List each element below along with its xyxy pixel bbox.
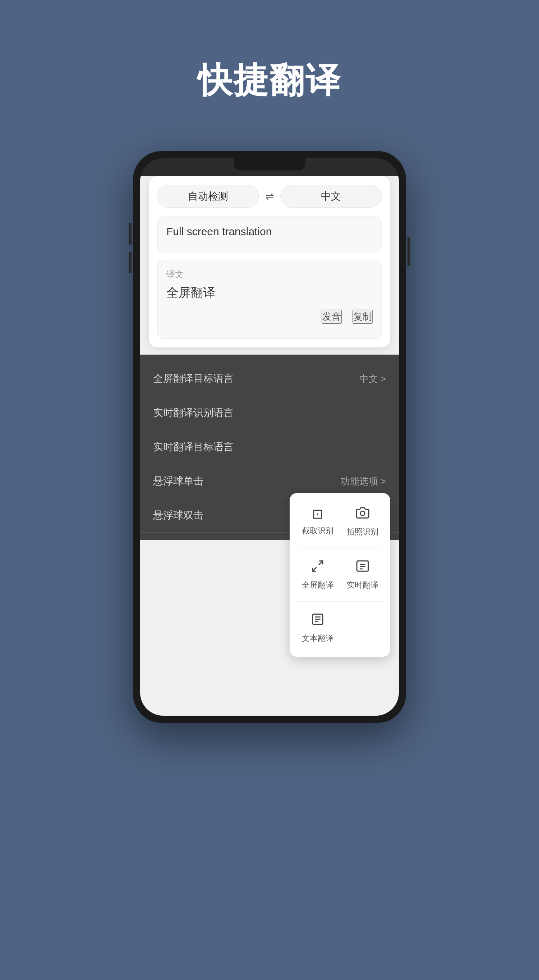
settings-area: 全屏翻译目标语言 中文 > 实时翻译识别语言 实时翻译目标语言 bbox=[140, 355, 399, 540]
crop-icon: ⊡ bbox=[312, 506, 323, 522]
quick-item-text[interactable]: 文本翻译 bbox=[297, 607, 338, 649]
volume-down-button bbox=[128, 252, 132, 273]
input-text-box[interactable]: Full screen translation bbox=[157, 216, 382, 253]
phone-mockup: 自动检测 ⇌ 中文 Full screen translation 译文 全屏翻… bbox=[133, 151, 406, 723]
quick-action-menu: ⊡ 截取识别 拍照识别 bbox=[290, 493, 390, 657]
settings-value-float-single: 功能选项 > bbox=[341, 475, 386, 488]
source-language-button[interactable]: 自动检测 bbox=[157, 185, 259, 208]
quick-label-realtime: 实时翻译 bbox=[347, 580, 378, 590]
fullscreen-icon bbox=[311, 559, 325, 576]
quick-item-fullscreen[interactable]: 全屏翻译 bbox=[297, 554, 338, 596]
app-content: 自动检测 ⇌ 中文 Full screen translation 译文 全屏翻… bbox=[140, 176, 399, 716]
quick-label-fullscreen: 全屏翻译 bbox=[302, 580, 333, 590]
result-actions: 发音 复制 bbox=[166, 310, 373, 324]
svg-line-1 bbox=[319, 561, 323, 565]
quick-label-text: 文本翻译 bbox=[302, 633, 333, 644]
settings-label-float-single: 悬浮球单击 bbox=[153, 474, 203, 488]
volume-up-button bbox=[128, 223, 132, 245]
power-button bbox=[407, 237, 411, 266]
quick-menu-divider-2 bbox=[297, 601, 383, 602]
svg-point-0 bbox=[360, 511, 365, 516]
result-text: 全屏翻译 bbox=[166, 285, 373, 301]
page-title: 快捷翻译 bbox=[198, 57, 341, 104]
swap-languages-icon[interactable]: ⇌ bbox=[259, 191, 280, 202]
settings-label-realtime-source: 实时翻译识别语言 bbox=[153, 406, 233, 420]
translation-card: 自动检测 ⇌ 中文 Full screen translation 译文 全屏翻… bbox=[149, 176, 390, 347]
svg-rect-3 bbox=[357, 561, 368, 571]
svg-line-2 bbox=[312, 567, 316, 571]
quick-item-realtime[interactable]: 实时翻译 bbox=[342, 554, 383, 596]
realtime-icon bbox=[356, 559, 369, 576]
result-box: 译文 全屏翻译 发音 复制 bbox=[157, 260, 382, 339]
text-icon bbox=[311, 612, 325, 629]
quick-menu-divider bbox=[297, 548, 383, 549]
settings-label-fullscreen-target: 全屏翻译目标语言 bbox=[153, 372, 233, 385]
language-selector-row: 自动检测 ⇌ 中文 bbox=[157, 185, 382, 208]
settings-item-fullscreen-target[interactable]: 全屏翻译目标语言 中文 > bbox=[140, 362, 399, 396]
settings-label-float-double: 悬浮球双击 bbox=[153, 509, 203, 522]
settings-value-fullscreen-target: 中文 > bbox=[359, 372, 386, 385]
camera-icon bbox=[356, 506, 369, 523]
quick-label-camera: 拍照识别 bbox=[347, 527, 378, 537]
quick-label-crop: 截取识别 bbox=[302, 525, 333, 536]
quick-item-camera[interactable]: 拍照识别 bbox=[342, 500, 383, 543]
target-language-button[interactable]: 中文 bbox=[280, 185, 382, 208]
pronounce-button[interactable]: 发音 bbox=[322, 310, 342, 324]
result-label: 译文 bbox=[166, 269, 373, 280]
copy-button[interactable]: 复制 bbox=[352, 310, 373, 324]
settings-item-realtime-source[interactable]: 实时翻译识别语言 bbox=[140, 396, 399, 430]
phone-notch bbox=[233, 158, 306, 170]
phone-frame: 自动检测 ⇌ 中文 Full screen translation 译文 全屏翻… bbox=[133, 151, 406, 723]
quick-item-crop[interactable]: ⊡ 截取识别 bbox=[297, 500, 338, 543]
phone-screen: 自动检测 ⇌ 中文 Full screen translation 译文 全屏翻… bbox=[140, 158, 399, 716]
settings-item-realtime-target[interactable]: 实时翻译目标语言 bbox=[140, 430, 399, 464]
settings-label-realtime-target: 实时翻译目标语言 bbox=[153, 440, 233, 454]
